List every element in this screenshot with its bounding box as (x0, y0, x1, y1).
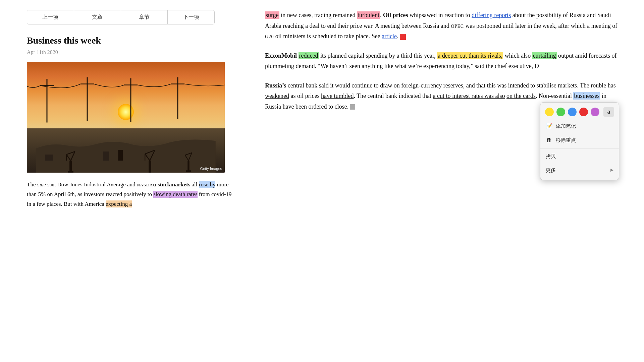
svg-rect-27 (118, 150, 123, 161)
nav-buttons: 上一项 文章 章节 下一项 (27, 10, 215, 24)
article-link[interactable]: article (382, 33, 397, 40)
svg-rect-20 (187, 161, 189, 171)
color-picker-row: a (540, 105, 619, 119)
svg-rect-8 (69, 161, 72, 173)
right-paragraph-2: ExxonMobil reduced its planned capital s… (265, 51, 624, 72)
color-green[interactable] (556, 108, 565, 116)
remove-bookmark-item[interactable]: 🗑 移除重点 (540, 133, 619, 147)
right-paragraph-1: surge in new cases, trading remained tur… (265, 10, 624, 42)
copy-item[interactable]: 拷贝 (540, 149, 619, 163)
svg-rect-26 (103, 151, 109, 160)
expecting-a-highlight: expecting a (106, 200, 132, 207)
color-yellow[interactable] (545, 108, 554, 116)
russia-bold: Russia’s (265, 82, 286, 89)
right-panel: surge in new cases, trading remained tur… (252, 0, 644, 362)
color-purple[interactable] (591, 108, 599, 116)
add-note-item[interactable]: 📝 添加笔记 (540, 119, 619, 133)
font-style-button[interactable]: a (603, 107, 614, 117)
article-image: Getty Images (27, 62, 225, 173)
prev-button[interactable]: 上一项 (27, 10, 74, 24)
differing-reports-link[interactable]: differing reports (472, 12, 511, 18)
slowing-death-rates-highlight: slowing death rates (153, 191, 197, 198)
context-menu: a 📝 添加笔记 🗑 移除重点 拷贝 更多 ▶ (540, 102, 619, 180)
svg-rect-21 (186, 170, 191, 172)
left-panel: 上一项 文章 章节 下一项 Business this week Apr 11t… (0, 0, 252, 362)
curtailing-highlight: curtailing (532, 52, 557, 59)
sp500-label: S&P 500 (37, 182, 54, 187)
cut-rates-underline: a cut to interest rates was also (433, 93, 505, 99)
turbulent-highlight: turbulent (357, 11, 380, 19)
article-title: Business this week (27, 35, 235, 46)
deeper-cut-highlight: a deeper cut than its rivals, (437, 52, 503, 59)
hat-text: hat we’re expe (399, 63, 435, 69)
more-arrow-icon: ▶ (610, 167, 613, 174)
article-button[interactable]: 文章 (74, 10, 121, 24)
remove-bookmark-icon: 🗑 (546, 137, 552, 143)
have-tumbled-underline: have tumbled (321, 93, 354, 99)
gray-square-indicator (350, 104, 355, 110)
add-note-icon: 📝 (546, 123, 552, 129)
oil-prices-bold: Oil prices (383, 12, 408, 18)
color-red[interactable] (579, 108, 588, 116)
stabilise-markets-underline: stabilise markets (537, 82, 577, 89)
lummeting-text: lummeting (268, 63, 294, 69)
chapter-button[interactable]: 章节 (121, 10, 168, 24)
svg-rect-14 (149, 161, 151, 173)
image-credit: Getty Images (200, 167, 222, 171)
left-article-text: The S&P 500, Dow Jones Industrial Averag… (27, 180, 235, 209)
menu-divider (540, 148, 619, 148)
g20-label: G20 (265, 34, 274, 39)
opec-label: OPEC (451, 24, 464, 29)
ue-text: ue to draw on foreign-currency (367, 82, 442, 89)
businesses-highlight: businesses (573, 92, 600, 100)
article-date: Apr 11th 2020 | (27, 49, 235, 55)
nasdaq-label: NASDAQ (137, 182, 156, 187)
svg-rect-25 (45, 155, 53, 161)
remove-bookmark-label: 移除重点 (556, 136, 576, 144)
stockmarkets-label: stockmarkets (158, 181, 190, 188)
dow-jones-label: Dow Jones Industrial Average (57, 181, 126, 188)
exxonmobil-bold: ExxonMobil (265, 52, 297, 59)
more-label: 更多 (546, 166, 556, 175)
color-blue[interactable] (568, 108, 577, 116)
copy-label: 拷贝 (546, 152, 556, 161)
next-button[interactable]: 下一项 (168, 10, 214, 24)
reduced-highlight: reduced (299, 52, 319, 59)
red-square-indicator (400, 34, 406, 40)
svg-rect-9 (68, 171, 73, 173)
rose-by-highlight: rose by (199, 181, 216, 188)
add-note-label: 添加笔记 (556, 122, 576, 130)
surge-highlight: surge (265, 11, 279, 19)
on-cards-underline: on the cards (506, 93, 536, 99)
more-item[interactable]: 更多 ▶ (540, 163, 619, 177)
